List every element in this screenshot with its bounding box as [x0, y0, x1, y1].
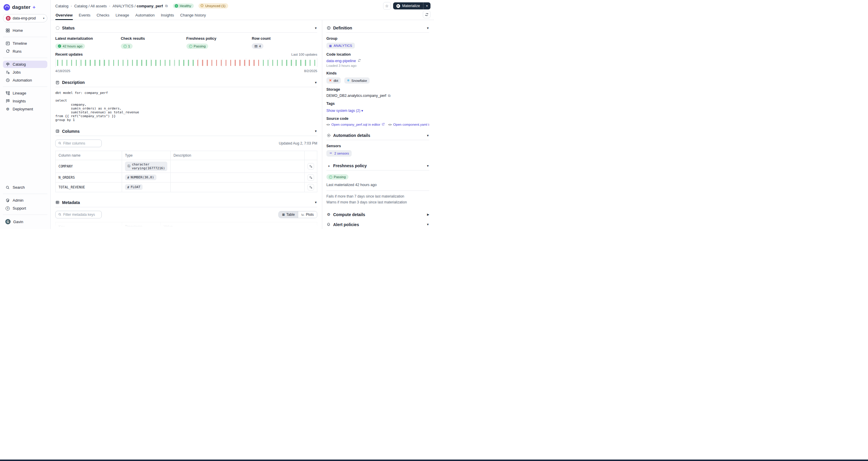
successful-update-bar[interactable] [282, 60, 283, 66]
failed-update-bar[interactable] [230, 60, 231, 66]
successful-update-bar[interactable] [165, 60, 166, 66]
view-column-lineage-button[interactable] [308, 184, 314, 191]
successful-update-bar[interactable] [286, 60, 287, 66]
failed-update-bar[interactable] [216, 60, 217, 66]
sidebar-item-search[interactable]: Search [3, 184, 47, 191]
successful-update-bar[interactable] [94, 60, 96, 66]
successful-update-bar[interactable] [183, 60, 184, 66]
collapse-caret-icon[interactable]: ▼ [426, 223, 429, 226]
successful-update-bar[interactable] [123, 60, 124, 66]
sensors-badge[interactable]: 2 sensors [327, 150, 352, 156]
successful-update-bar[interactable] [90, 60, 91, 66]
successful-update-bar[interactable] [85, 60, 86, 66]
breadcrumb-all-assets[interactable]: Catalog / All assets [74, 4, 107, 8]
collapse-caret-icon[interactable]: ▼ [426, 134, 429, 137]
sidebar-item-jobs[interactable]: Jobs [3, 68, 47, 76]
sidebar-item-timeline[interactable]: Timeline [3, 40, 47, 47]
successful-update-bar[interactable] [291, 60, 292, 66]
successful-update-bar[interactable] [314, 60, 315, 66]
sidebar-item-catalog[interactable]: Catalog [3, 61, 47, 68]
failed-update-bar[interactable] [253, 60, 255, 66]
failed-update-bar[interactable] [202, 60, 203, 66]
open-sql-link[interactable]: <>Open company_perf.sql in editor [327, 123, 384, 126]
show-system-tags-link[interactable]: Show system tags (2) ▾ [327, 109, 363, 113]
check-results-badge[interactable]: ✓1 [121, 44, 133, 49]
failed-update-bar[interactable] [211, 60, 213, 66]
view-column-lineage-button[interactable] [308, 174, 314, 181]
metadata-filter-input[interactable] [63, 212, 98, 217]
unsynced-badge[interactable]: Unsynced (1) [198, 3, 228, 8]
collapse-caret-icon[interactable]: ▼ [314, 129, 317, 133]
collapse-caret-icon[interactable]: ▼ [314, 27, 317, 30]
successful-update-bar[interactable] [296, 60, 297, 66]
successful-update-bar[interactable] [108, 60, 110, 66]
dagster-logo[interactable]: dagster + [3, 3, 47, 14]
failed-update-bar[interactable] [235, 60, 236, 66]
successful-update-bar[interactable] [272, 60, 274, 66]
successful-update-bar[interactable] [99, 60, 100, 66]
successful-update-bar[interactable] [146, 60, 147, 66]
toggle-table-view[interactable]: ▦Table [279, 211, 298, 218]
successful-update-bar[interactable] [188, 60, 189, 66]
materialize-dropdown[interactable]: ▼ [423, 2, 431, 9]
collapse-caret-icon[interactable]: ▼ [314, 81, 317, 84]
failed-update-bar[interactable] [221, 60, 222, 66]
successful-update-bar[interactable] [118, 60, 119, 66]
group-badge[interactable]: ▦ANALYTICS [327, 43, 355, 49]
health-status-badge[interactable]: Healthy [173, 3, 194, 8]
open-yaml-link[interactable]: <>Open component.yaml in editor [388, 123, 429, 126]
sidebar-item-home[interactable]: Home [3, 27, 47, 34]
successful-update-bar[interactable] [104, 60, 105, 66]
successful-update-bar[interactable] [263, 60, 264, 66]
successful-update-bar[interactable] [113, 60, 114, 66]
successful-update-bar[interactable] [81, 60, 82, 66]
tab-overview[interactable]: Overview [55, 11, 73, 20]
failed-update-bar[interactable] [225, 60, 227, 66]
successful-update-bar[interactable] [193, 60, 194, 66]
tab-automation[interactable]: Automation [135, 11, 155, 20]
successful-update-bar[interactable] [136, 60, 137, 66]
sidebar-item-automation[interactable]: Automation [3, 77, 47, 84]
successful-update-bar[interactable] [155, 60, 156, 66]
successful-update-bar[interactable] [132, 60, 133, 66]
view-column-lineage-button[interactable] [308, 163, 314, 170]
row-count-badge[interactable]: ▤4 [252, 43, 264, 49]
sidebar-item-admin[interactable]: Admin [3, 197, 47, 204]
tab-events[interactable]: Events [79, 11, 91, 20]
tab-lineage[interactable]: Lineage [115, 11, 129, 20]
toggle-plots-view[interactable]: 📈︎Plots [298, 211, 317, 218]
user-menu[interactable]: G Gavin [3, 218, 47, 226]
kind-badge-dbt[interactable]: ✕dbt [327, 78, 341, 84]
workspace-selector[interactable]: D data-eng-prod ▾ [3, 14, 47, 22]
tab-change-history[interactable]: Change history [180, 11, 206, 20]
successful-update-bar[interactable] [268, 60, 269, 66]
failed-update-bar[interactable] [207, 60, 208, 66]
sidebar-item-runs[interactable]: Runs [3, 48, 47, 55]
latest-materialization-badge[interactable]: ✓42 hours ago [55, 44, 85, 49]
successful-update-bar[interactable] [141, 60, 142, 66]
tab-insights[interactable]: Insights [160, 11, 174, 20]
successful-update-bar[interactable] [62, 60, 63, 66]
columns-filter-input[interactable] [63, 141, 98, 145]
recent-updates-strip[interactable] [55, 58, 317, 67]
successful-update-bar[interactable] [305, 60, 306, 66]
expand-caret-icon[interactable]: ▶ [427, 213, 429, 216]
sidebar-item-insights[interactable]: Insights [3, 97, 47, 105]
favorite-star-button[interactable]: ☆ [383, 2, 391, 10]
successful-update-bar[interactable] [179, 60, 180, 66]
tab-checks[interactable]: Checks [96, 11, 110, 20]
freshness-badge[interactable]: ✓Passing [186, 44, 209, 49]
successful-update-bar[interactable] [71, 60, 72, 66]
successful-update-bar[interactable] [310, 60, 311, 66]
materialize-button[interactable]: ▶Materialize ▼ [393, 2, 431, 9]
collapse-caret-icon[interactable]: ▼ [314, 201, 317, 204]
collapse-caret-icon[interactable]: ▼ [426, 164, 429, 168]
successful-update-bar[interactable] [66, 60, 68, 66]
sidebar-item-deployment[interactable]: ⚙ Deployment [3, 106, 47, 113]
collapse-caret-icon[interactable]: ▼ [426, 27, 429, 30]
code-location-link[interactable]: data-eng-pipeline [327, 59, 356, 63]
failed-update-bar[interactable] [244, 60, 245, 66]
successful-update-bar[interactable] [169, 60, 170, 66]
failed-update-bar[interactable] [258, 60, 259, 66]
successful-update-bar[interactable] [277, 60, 278, 66]
